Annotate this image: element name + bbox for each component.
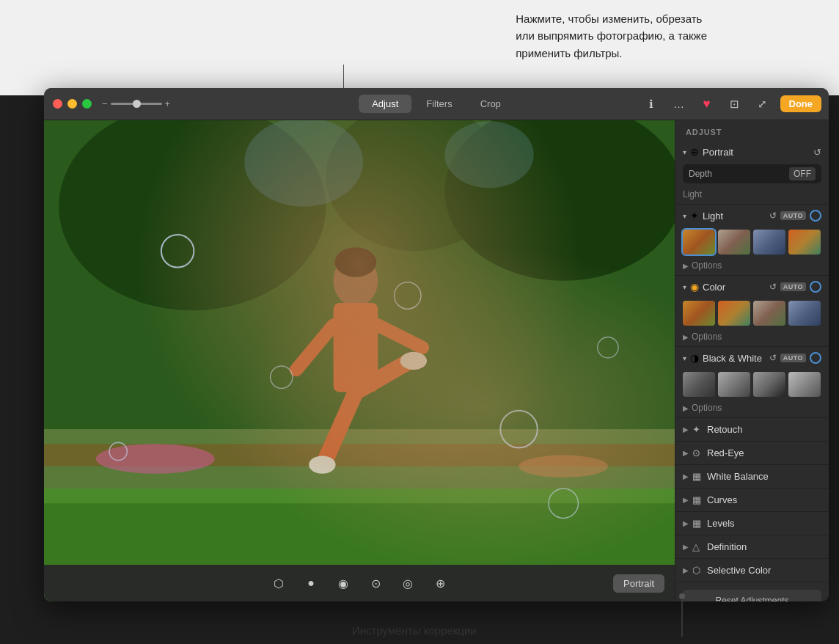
reset-adjustments-button[interactable]: Reset Adjustments [683,590,821,601]
color-thumb-4[interactable] [788,301,821,326]
color-icon: ◉ [690,281,699,293]
bw-options-row[interactable]: ▶ Options [675,401,829,417]
svg-line-18 [378,325,422,347]
bw-thumbs [675,369,829,401]
photo-area: ⬡ ● ◉ ⊙ ◎ ⊕ Portrait [44,120,675,601]
color-options-row[interactable]: ▶ Options [675,330,829,346]
definition-icon: △ [692,541,707,552]
light-icon: ✦ [690,210,699,222]
brightness-plus[interactable]: + [165,98,171,109]
light-thumb-1[interactable] [683,230,715,255]
svg-point-5 [444,121,533,188]
bw-thumb-2[interactable] [718,372,750,397]
icon-btn-4[interactable]: ◎ [397,573,418,593]
tooltip-area: Нажмите, чтобы изменить, обрезать или вы… [0,0,839,95]
light-thumb-2[interactable] [718,230,750,255]
light-thumb-4[interactable] [788,230,821,255]
photo-image [44,120,675,601]
color-thumb-3[interactable] [753,301,785,326]
section-white-balance[interactable]: ▶ ▦ White Balance [675,465,829,489]
icon-btn-3[interactable]: ⊙ [365,573,386,593]
icon-btn-2[interactable]: ◉ [333,573,353,593]
svg-point-23 [271,366,293,388]
wb-chevron: ▶ [683,472,689,480]
section-red-eye[interactable]: ▶ ⊙ Red-Eye [675,442,829,465]
icon-btn-5[interactable]: ⊕ [430,573,450,593]
more-button[interactable]: … [669,94,689,114]
svg-point-11 [519,455,608,477]
minimize-button[interactable] [67,99,77,109]
bw-thumb-1[interactable] [683,372,715,397]
definition-title: Definition [707,541,821,552]
color-circle-btn[interactable] [810,281,821,293]
svg-point-27 [598,337,618,358]
section-levels[interactable]: ▶ ▦ Levels [675,512,829,535]
svg-rect-14 [334,303,378,392]
section-definition[interactable]: ▶ △ Definition [675,535,829,559]
section-portrait: ▾ ⊕ Portrait ↺ Depth OFF Light [675,141,829,205]
icon-btn-1[interactable]: ● [301,573,321,593]
light-section-header[interactable]: ▾ ✦ Light ↺ AUTO [675,205,829,227]
tooltip-line2: или выпрямить фотографию, а также [516,29,707,42]
brightness-slider[interactable] [111,103,162,105]
section-bw: ▾ ◑ Black & White ↺ AUTO ▶ [675,347,829,418]
svg-point-10 [96,444,215,473]
tab-filters[interactable]: Filters [413,95,465,113]
depth-value[interactable]: OFF [789,167,816,180]
section-curves[interactable]: ▶ ▦ Curves [675,489,829,512]
bw-options-chevron: ▶ [683,404,689,412]
tooltip-line3: применить фильтры. [516,47,622,59]
light-chevron: ▾ [683,212,686,220]
portrait-chevron: ▾ [683,148,686,156]
portrait-reset-icon[interactable]: ↺ [813,147,821,158]
light-circle-btn[interactable] [810,210,821,222]
light-reset-icon[interactable]: ↺ [769,211,777,221]
tab-crop[interactable]: Crop [467,95,514,113]
brightness-minus[interactable]: − [102,98,108,109]
tooltip-line1: Нажмите, чтобы изменить, обрезать [516,12,702,25]
sc-icon: ⬡ [692,565,707,576]
svg-point-3 [444,120,675,281]
bw-auto-badge[interactable]: AUTO [780,354,806,362]
portrait-icon[interactable]: ⬡ [268,573,289,593]
color-thumb-1[interactable] [683,301,715,326]
svg-point-25 [549,489,578,518]
portrait-section-header[interactable]: ▾ ⊕ Portrait ↺ [675,141,829,163]
color-auto-badge[interactable]: AUTO [780,282,806,291]
color-reset-icon[interactable]: ↺ [769,282,777,292]
bw-thumb-3[interactable] [753,372,785,397]
brightness-thumb [133,100,141,108]
share-button[interactable]: ⊡ [725,94,745,114]
sc-chevron: ▶ [683,566,689,574]
bw-reset-icon[interactable]: ↺ [769,353,777,363]
levels-chevron: ▶ [683,519,689,527]
color-thumb-2[interactable] [718,301,750,326]
curves-chevron: ▶ [683,496,689,504]
color-options-label: Options [692,332,722,342]
bw-chevron: ▾ [683,354,686,362]
bw-section-header[interactable]: ▾ ◑ Black & White ↺ AUTO [675,347,829,369]
extend-button[interactable]: ⤢ [752,94,773,114]
tab-adjust[interactable]: Adjust [359,95,411,113]
svg-line-15 [326,392,355,458]
bw-circle-btn[interactable] [810,352,821,364]
info-button[interactable]: ℹ [641,94,662,114]
close-button[interactable] [53,99,62,109]
portrait-button[interactable]: Portrait [613,574,664,593]
tooltip-text: Нажмите, чтобы изменить, обрезать или вы… [516,10,707,62]
section-selective-color[interactable]: ▶ ⬡ Selective Color [675,559,829,582]
color-section-header[interactable]: ▾ ◉ Color ↺ AUTO [675,276,829,298]
done-button[interactable]: Done [780,95,822,112]
favorite-button[interactable]: ♥ [697,94,717,114]
red-eye-title: Red-Eye [707,447,821,458]
light-auto-badge[interactable]: AUTO [780,211,806,220]
svg-rect-9 [44,444,675,466]
light-options-row[interactable]: ▶ Options [675,259,829,275]
section-retouch[interactable]: ▶ ✦ Retouch [675,418,829,442]
fullscreen-button[interactable] [82,99,92,109]
bottom-annotation-text: Инструменты коррекции [352,624,477,637]
bw-thumb-4[interactable] [788,372,821,397]
light-thumb-3[interactable] [753,230,785,255]
wb-icon: ▦ [692,471,707,482]
portrait-title: Portrait [703,147,810,158]
